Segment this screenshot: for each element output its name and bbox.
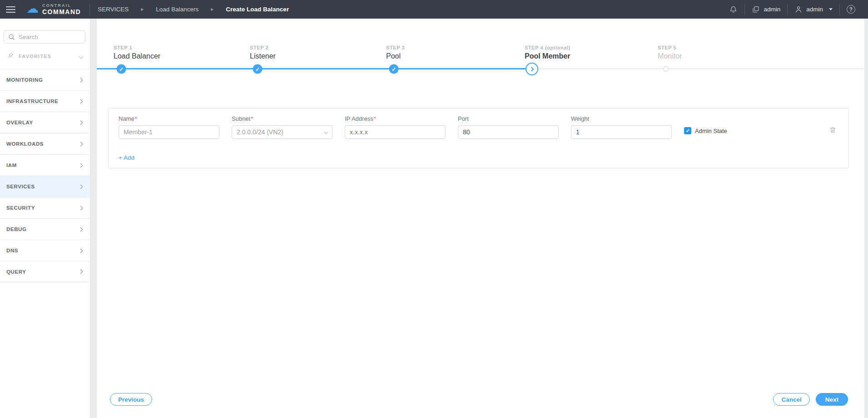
sidebar-nav: MONITORING INFRASTRUCTURE OVERLAY WORKLO… <box>0 69 90 282</box>
search-input[interactable] <box>19 34 81 40</box>
sidebar-item-security[interactable]: SECURITY <box>0 197 90 218</box>
sidebar-item-dns[interactable]: DNS <box>0 240 90 261</box>
step-3-done-dot[interactable]: ✓ <box>389 64 399 74</box>
wizard-step-1-load-balancer[interactable]: STEP 1 Load Balancer <box>114 45 160 60</box>
subnet-selected-value: 2.0.0.0/24 (VN2) <box>237 128 283 136</box>
weight-input[interactable] <box>571 125 672 139</box>
help-icon[interactable]: ? <box>847 5 855 14</box>
pool-member-card: Name* Subnet* 2.0.0.0/24 (VN2) IP Addres… <box>108 108 849 168</box>
search-icon <box>8 34 15 41</box>
main-content: STEP 1 Load Balancer STEP 2 Listener STE… <box>97 19 864 418</box>
cluster-icon <box>752 5 760 14</box>
port-field-group: Port <box>458 115 559 139</box>
chevron-right-icon <box>79 270 83 274</box>
admin-state-checkbox[interactable]: ✓ <box>684 127 691 134</box>
cluster-selector[interactable]: admin <box>752 5 780 14</box>
chevron-right-icon <box>79 120 83 125</box>
sidebar-item-query[interactable]: QUERY <box>0 261 90 282</box>
ip-address-input[interactable] <box>345 125 446 139</box>
wizard-step-2-listener[interactable]: STEP 2 Listener <box>250 45 276 60</box>
favorites-toggle[interactable]: FAVORITES <box>0 44 90 69</box>
weight-field-group: Weight <box>571 115 672 139</box>
admin-state-group: ✓ Admin State <box>684 127 727 134</box>
name-input[interactable] <box>119 125 219 139</box>
favorites-label: FAVORITES <box>19 54 51 59</box>
topbar-right: admin admin ? <box>729 4 868 15</box>
sidebar-item-services[interactable]: SERVICES <box>0 176 90 197</box>
pool-member-row: Name* Subnet* 2.0.0.0/24 (VN2) IP Addres… <box>109 108 848 139</box>
user-name: admin <box>806 6 823 13</box>
cloud-logo-icon: ☁ <box>26 3 39 15</box>
sidebar-item-debug[interactable]: DEBUG <box>0 218 90 240</box>
ip-address-label: IP Address <box>345 115 373 122</box>
next-button[interactable]: Next <box>816 393 848 406</box>
delete-member-button[interactable] <box>829 126 837 134</box>
step-1-done-dot[interactable]: ✓ <box>117 64 126 74</box>
user-icon <box>794 5 803 14</box>
topbar-divider <box>787 4 788 15</box>
check-icon: ✓ <box>255 66 260 72</box>
sidebar-item-overlay[interactable]: OVERLAY <box>0 112 90 133</box>
chevron-right-icon <box>79 142 83 146</box>
chevron-right-icon <box>529 67 534 71</box>
wizard-step-5-monitor[interactable]: STEP 5 Monitor <box>658 45 682 60</box>
check-icon: ✓ <box>392 66 396 72</box>
chevron-down-icon <box>79 54 84 59</box>
breadcrumb-arrow-icon: ▶ <box>141 7 144 11</box>
sidebar-item-infrastructure[interactable]: INFRASTRUCTURE <box>0 90 90 112</box>
footer-actions: Cancel Next <box>773 393 848 406</box>
step-5-upcoming-dot[interactable] <box>663 66 669 72</box>
required-asterisk: * <box>135 115 137 122</box>
trash-icon <box>829 126 837 134</box>
cancel-button[interactable]: Cancel <box>773 393 809 406</box>
check-icon: ✓ <box>119 66 124 72</box>
chevron-right-icon <box>79 206 83 210</box>
notifications-bell-icon[interactable] <box>729 5 738 14</box>
chevron-right-icon <box>79 227 83 231</box>
breadcrumb-arrow-icon: ▶ <box>211 7 213 11</box>
admin-state-label: Admin State <box>695 128 727 134</box>
cluster-name: admin <box>764 6 780 13</box>
sidebar-item-workloads[interactable]: WORKLOADS <box>0 133 90 154</box>
check-icon: ✓ <box>685 128 689 133</box>
chevron-right-icon <box>79 248 83 253</box>
step-4-current-dot[interactable] <box>526 63 538 75</box>
required-asterisk: * <box>374 115 376 122</box>
port-label: Port <box>458 115 469 122</box>
topbar-divider <box>839 4 840 15</box>
required-asterisk: * <box>251 115 253 122</box>
app-logo[interactable]: ☁ CONTRAIL COMMAND <box>26 3 81 15</box>
breadcrumb-load-balancers[interactable]: Load Balancers <box>156 6 198 13</box>
previous-button[interactable]: Previous <box>110 393 152 406</box>
brand-line2: COMMAND <box>42 8 81 15</box>
topbar-divider <box>744 4 745 15</box>
wizard-step-3-pool[interactable]: STEP 3 Pool <box>386 45 405 60</box>
ip-address-field-group: IP Address* <box>345 115 446 139</box>
subnet-label: Subnet <box>232 115 250 122</box>
wizard-progress <box>97 68 526 69</box>
chevron-down-icon <box>829 8 833 10</box>
chevron-right-icon <box>79 99 83 103</box>
sidebar: FAVORITES MONITORING INFRASTRUCTURE OVER… <box>0 19 90 418</box>
brand-line1: CONTRAIL <box>42 3 81 8</box>
subnet-field-group: Subnet* 2.0.0.0/24 (VN2) <box>232 115 332 139</box>
chevron-right-icon <box>79 78 83 82</box>
chevron-down-icon <box>324 130 328 134</box>
add-member-link[interactable]: + Add <box>119 154 134 161</box>
topbar-divider <box>89 4 90 15</box>
wizard-step-4-pool-member[interactable]: STEP 4 (optional) Pool Member <box>525 45 570 60</box>
pin-icon <box>6 52 14 61</box>
topbar: ☁ CONTRAIL COMMAND SERVICES ▶ Load Balan… <box>0 0 868 19</box>
port-input[interactable] <box>458 125 559 139</box>
sidebar-item-monitoring[interactable]: MONITORING <box>0 69 90 90</box>
name-label: Name <box>119 115 134 122</box>
sidebar-item-iam[interactable]: IAM <box>0 154 90 176</box>
name-field-group: Name* <box>119 115 219 139</box>
step-2-done-dot[interactable]: ✓ <box>253 64 263 74</box>
subnet-select[interactable]: 2.0.0.0/24 (VN2) <box>232 125 332 139</box>
breadcrumb-services[interactable]: SERVICES <box>98 6 129 13</box>
breadcrumb-current-page: Create Load Balancer <box>226 6 289 13</box>
weight-label: Weight <box>571 115 589 122</box>
user-menu[interactable]: admin <box>794 5 833 14</box>
menu-icon[interactable] <box>6 6 15 13</box>
